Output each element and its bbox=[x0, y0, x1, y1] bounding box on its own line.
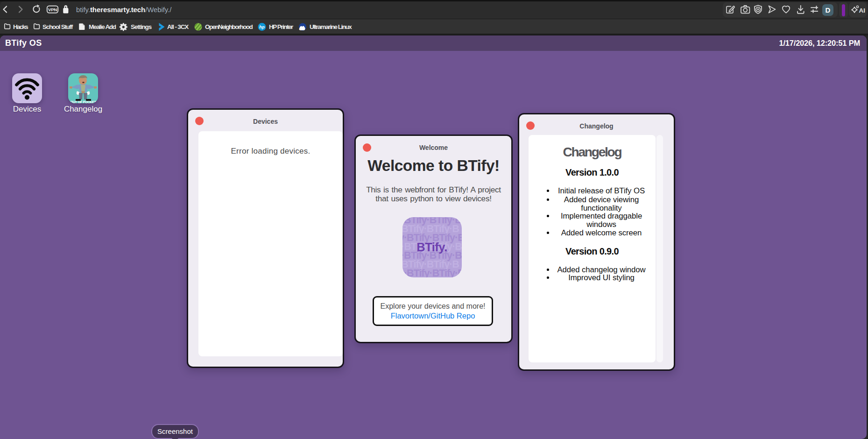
svg-text:BTify.: BTify. bbox=[416, 241, 447, 254]
svg-text:OUT OF POCKET: OUT OF POCKET bbox=[71, 100, 97, 104]
svg-text:AI: AI bbox=[859, 7, 866, 14]
svg-text:y·BTify·BTify·B: y·BTify·BTify·B bbox=[402, 268, 462, 277]
svg-text:hp: hp bbox=[259, 24, 265, 29]
svg-text:VPN: VPN bbox=[48, 7, 57, 12]
